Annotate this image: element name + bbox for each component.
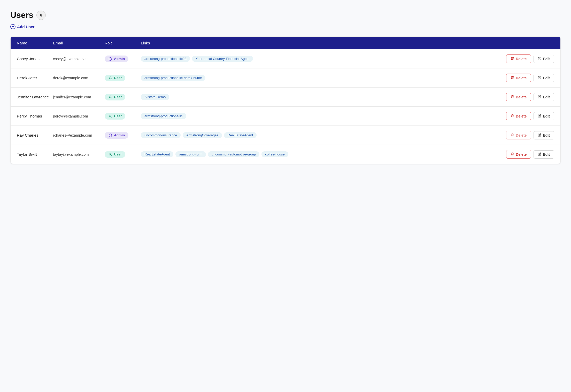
cell-email: casey@example.com [53,57,105,61]
table-row: Casey Jonescasey@example.comAdminarmstro… [11,49,560,68]
edit-button[interactable]: Edit [534,93,554,101]
table-row: Percy Thomaspercy@example.comUserarmstro… [11,107,560,126]
cell-links: armstrong-productions-llc-derek-burke [141,75,503,81]
link-tag: ArmstrongCoverages [183,132,222,138]
table-row: Derek Jeterderek@example.comUserarmstron… [11,68,560,88]
pencil-icon [538,57,541,61]
trash-icon [511,114,514,118]
svg-point-0 [110,77,111,78]
cell-name: Derek Jeter [17,76,53,80]
col-header-links: Links [141,41,503,45]
trash-icon [511,95,514,99]
cell-links: RealEstateAgentarmstrong-formuncommon-au… [141,151,503,157]
role-badge: Admin [105,132,128,139]
cell-name: Ray Charles [17,133,53,137]
role-badge: User [105,151,125,158]
cell-links: Allstate-Demo [141,94,503,100]
cell-actions: DeleteEdit [503,54,554,63]
link-tag: armstrong-productions-llc23 [141,56,190,62]
add-user-button[interactable]: + Add User [10,24,35,29]
cell-name: Percy Thomas [17,114,53,118]
pencil-icon [538,114,541,118]
col-header-email: Email [53,41,105,45]
cell-actions: DeleteEdit [503,74,554,82]
trash-icon [511,152,514,156]
role-badge: User [105,113,125,120]
link-tag: Your-Local-Country-Financial-Agent [192,56,253,62]
delete-button[interactable]: Delete [506,112,531,120]
cell-actions: DeleteEdit [503,93,554,101]
delete-button[interactable]: Delete [506,74,531,82]
cell-role: Admin [105,56,141,62]
cell-links: armstrong-productions-llc23Your-Local-Co… [141,56,503,62]
link-tag: uncommon-insurance [141,132,181,138]
cell-role: User [105,94,141,100]
link-tag: armstrong-productions-llc-derek-burke [141,75,205,81]
pencil-icon [538,133,541,137]
edit-button[interactable]: Edit [534,74,554,82]
col-header-role: Role [105,41,141,45]
shield-icon [108,133,112,137]
cell-role: User [105,75,141,81]
role-badge: User [105,94,125,100]
table-row: Taylor Swifttaytay@example.comUserRealEs… [11,145,560,164]
user-count-badge: 6 [36,11,46,20]
edit-button[interactable]: Edit [534,112,554,120]
table-row: Ray Charlesrcharles@example.comAdminunco… [11,126,560,145]
cell-email: rcharles@example.com [53,133,105,137]
cell-email: taytay@example.com [53,152,105,156]
link-tag: RealEstateAgent [141,151,173,157]
edit-button[interactable]: Edit [534,150,554,159]
pencil-icon [538,95,541,99]
cell-name: Taylor Swift [17,152,53,156]
user-icon [108,152,112,156]
cell-role: Admin [105,132,141,139]
cell-email: percy@example.com [53,114,105,118]
trash-icon [511,57,514,61]
cell-role: User [105,113,141,120]
user-icon [108,114,112,118]
col-header-name: Name [17,41,53,45]
cell-name: Casey Jones [17,57,53,61]
pencil-icon [538,152,541,156]
table-header: Name Email Role Links [11,37,560,49]
cell-actions: DeleteEdit [503,131,554,139]
cell-role: User [105,151,141,158]
link-tag: Allstate-Demo [141,94,169,100]
svg-point-2 [110,115,111,116]
shield-icon [108,57,112,61]
delete-button: Delete [506,131,531,139]
cell-actions: DeleteEdit [503,112,554,120]
trash-icon [511,76,514,80]
svg-point-1 [110,96,111,97]
user-icon [108,95,112,99]
col-header-actions [503,41,554,45]
table-row: Jennifer Lawrencejennifer@example.comUse… [11,88,560,107]
edit-button[interactable]: Edit [534,131,554,139]
delete-button[interactable]: Delete [506,93,531,101]
plus-circle-icon: + [10,24,16,29]
page-title: Users [10,10,33,20]
delete-button[interactable]: Delete [506,150,531,159]
cell-email: jennifer@example.com [53,95,105,99]
cell-email: derek@example.com [53,76,105,80]
edit-button[interactable]: Edit [534,55,554,63]
user-icon [108,76,112,80]
users-table: Name Email Role Links Casey Jonescasey@e… [10,36,561,164]
svg-point-3 [110,153,111,154]
trash-icon [511,133,514,137]
cell-name: Jennifer Lawrence [17,95,53,99]
link-tag: uncommon-automotive-group [208,151,259,157]
link-tag: coffee-house [261,151,288,157]
cell-actions: DeleteEdit [503,150,554,159]
delete-button[interactable]: Delete [506,54,531,63]
role-badge: User [105,75,125,81]
link-tag: armstrong-productions-llc [141,113,186,119]
table-body: Casey Jonescasey@example.comAdminarmstro… [11,49,560,164]
page-header: Users 6 [10,10,561,20]
pencil-icon [538,76,541,80]
cell-links: uncommon-insuranceArmstrongCoveragesReal… [141,132,503,138]
link-tag: armstrong-form [175,151,206,157]
cell-links: armstrong-productions-llc [141,113,503,119]
link-tag: RealEstateAgent [224,132,257,138]
